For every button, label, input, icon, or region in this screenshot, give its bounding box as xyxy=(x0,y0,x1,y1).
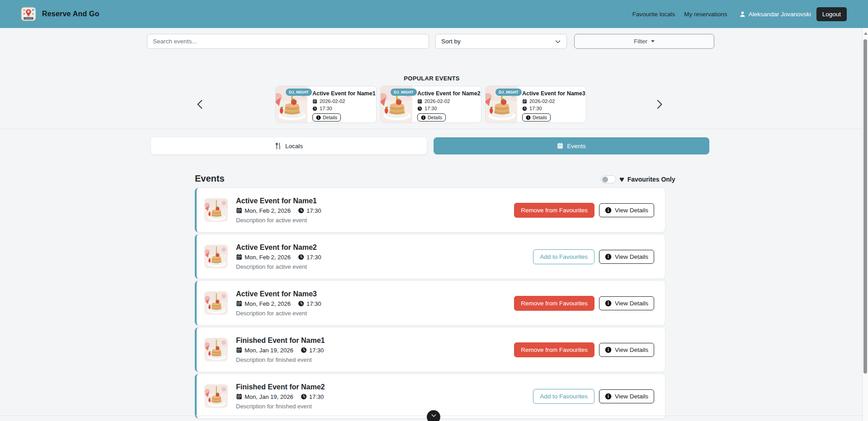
events-list: Active Event for Name1 Mon, Feb 2, 2026 … xyxy=(195,188,665,418)
app-logo-icon xyxy=(21,6,36,22)
event-type-badge: DJ_NIGHT xyxy=(391,89,417,96)
search-input[interactable] xyxy=(147,34,429,49)
favourite-action-button[interactable]: Remove from Favourites xyxy=(514,342,594,357)
event-title: Active Event for Name3 xyxy=(236,290,321,298)
event-title: Active Event for Name2 xyxy=(236,243,321,252)
favourites-only-toggle[interactable] xyxy=(601,175,616,183)
carousel-prev-button[interactable] xyxy=(191,95,210,114)
carousel-next-button[interactable] xyxy=(650,95,669,114)
nav-my-reservations[interactable]: My reservations xyxy=(684,11,727,18)
event-description: Description for finished event xyxy=(236,403,325,410)
event-description: Description for active event xyxy=(236,217,321,224)
calendar-icon xyxy=(236,393,242,400)
chevron-right-icon xyxy=(653,97,665,112)
favourite-action-button[interactable]: Add to Favourites xyxy=(533,389,594,404)
calendar-icon xyxy=(236,300,242,307)
event-description: Description for active event xyxy=(236,263,321,270)
scroll-down-button[interactable] xyxy=(427,410,440,421)
favourites-only-label: Favourites Only xyxy=(627,176,675,183)
details-button[interactable]: Details xyxy=(312,113,341,122)
calendar-icon xyxy=(312,99,317,104)
person-icon xyxy=(739,11,746,18)
sort-select-value: Sort by xyxy=(441,38,461,45)
popular-event-card[interactable]: DJ_NIGHT Active Event for Name2 2026-02-… xyxy=(380,86,481,123)
event-date: Mon, Jan 19, 2026 xyxy=(236,347,293,354)
clock-icon xyxy=(298,300,304,307)
event-thumbnail xyxy=(204,338,228,361)
clock-icon xyxy=(301,393,307,400)
utensils-icon xyxy=(275,143,282,150)
scrollbar-up-arrow[interactable] xyxy=(864,32,868,35)
clock-icon xyxy=(298,207,304,214)
favourite-action-button[interactable]: Remove from Favourites xyxy=(514,203,594,218)
info-icon xyxy=(421,115,426,120)
event-date: Mon, Feb 2, 2026 xyxy=(236,254,291,261)
app-title: Reserve And Go xyxy=(42,10,99,18)
popular-events-heading: POPULAR EVENTS xyxy=(0,75,863,82)
event-time: 17:30 xyxy=(301,393,324,400)
scrollbar-thumb[interactable] xyxy=(863,39,867,374)
event-date: Mon, Jan 19, 2026 xyxy=(236,393,293,400)
popular-event-time: 17:30 xyxy=(522,106,585,111)
tab-locals[interactable]: Locals xyxy=(151,137,427,154)
details-button[interactable]: Details xyxy=(417,113,446,122)
tab-locals-label: Locals xyxy=(285,143,303,150)
view-details-button[interactable]: View Details xyxy=(599,203,654,217)
popular-event-time: 17:30 xyxy=(312,106,376,111)
event-row: Active Event for Name2 Mon, Feb 2, 2026 … xyxy=(195,234,665,279)
popular-event-title: Active Event for Name2 xyxy=(417,90,481,97)
popular-event-time: 17:30 xyxy=(417,106,481,111)
info-icon xyxy=(605,393,612,400)
user-name: Aleksandar Jovanovski xyxy=(749,11,811,18)
event-thumbnail xyxy=(204,384,228,408)
calendar-icon xyxy=(522,99,527,104)
heart-icon: ♥ xyxy=(619,175,624,183)
view-details-button[interactable]: View Details xyxy=(599,389,654,403)
event-description: Description for finished event xyxy=(236,356,325,363)
popular-event-date: 2026-02-02 xyxy=(417,98,481,104)
scrollbar-track[interactable] xyxy=(862,28,868,421)
user-menu[interactable]: Aleksandar Jovanovski xyxy=(739,11,811,18)
event-time: 17:30 xyxy=(298,254,321,261)
tab-events[interactable]: Events xyxy=(434,137,709,154)
header-nav: Favourite locals My reservations Aleksan… xyxy=(623,7,847,21)
filter-button[interactable]: Filter xyxy=(574,34,714,49)
event-thumbnail xyxy=(204,198,228,222)
chevron-down-icon xyxy=(555,38,561,45)
event-time: 17:30 xyxy=(298,207,321,214)
favourite-action-button[interactable]: Remove from Favourites xyxy=(514,296,594,311)
caret-down-icon xyxy=(651,40,655,42)
calendar-icon xyxy=(557,143,563,149)
view-details-button[interactable]: View Details xyxy=(599,296,654,310)
popular-event-title: Active Event for Name1 xyxy=(312,90,376,97)
nav-favourite-locals[interactable]: Favourite locals xyxy=(632,11,675,18)
logout-button[interactable]: Logout xyxy=(816,7,847,21)
clock-icon xyxy=(312,106,317,111)
event-type-badge: DJ_NIGHT xyxy=(495,89,522,96)
favourite-action-button[interactable]: Add to Favourites xyxy=(533,249,594,264)
clock-icon xyxy=(522,106,527,111)
popular-event-card[interactable]: DJ_NIGHT Active Event for Name1 2026-02-… xyxy=(275,86,377,123)
tab-events-label: Events xyxy=(567,143,585,150)
popular-event-card[interactable]: DJ_NIGHT Active Event for Name3 2026-02-… xyxy=(485,86,586,123)
clock-icon xyxy=(417,106,422,111)
section-divider xyxy=(0,129,863,129)
event-thumbnail xyxy=(204,291,228,315)
event-row: Active Event for Name1 Mon, Feb 2, 2026 … xyxy=(195,188,665,232)
calendar-icon xyxy=(236,347,242,353)
event-date: Mon, Feb 2, 2026 xyxy=(236,207,291,214)
popular-event-date: 2026-02-02 xyxy=(312,98,376,104)
details-button[interactable]: Details xyxy=(522,113,551,122)
view-details-button[interactable]: View Details xyxy=(599,250,654,264)
popular-events-carousel: DJ_NIGHT Active Event for Name1 2026-02-… xyxy=(275,86,586,123)
info-icon xyxy=(605,253,612,260)
info-icon xyxy=(605,207,612,214)
view-details-button[interactable]: View Details xyxy=(599,343,654,357)
events-heading: Events xyxy=(195,173,225,184)
calendar-icon xyxy=(236,207,242,214)
sort-select[interactable]: Sort by xyxy=(435,34,567,49)
event-title: Active Event for Name1 xyxy=(236,197,321,205)
event-title: Finished Event for Name1 xyxy=(236,337,325,345)
event-time: 17:30 xyxy=(298,300,321,307)
info-icon xyxy=(526,115,531,120)
